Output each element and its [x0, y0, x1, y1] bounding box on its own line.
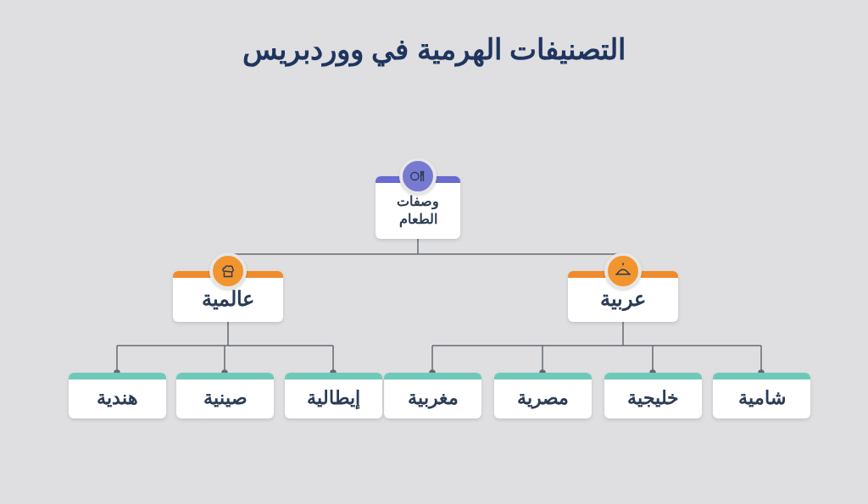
node-label: مصرية	[517, 387, 569, 409]
node-accent	[69, 373, 166, 379]
chef-icon	[209, 252, 247, 290]
node-accent	[176, 373, 274, 379]
node-leaf-chinese: صينية	[176, 373, 274, 418]
node-accent	[604, 373, 702, 379]
node-leaf-misri: مصرية	[494, 373, 592, 418]
svg-point-24	[411, 172, 419, 180]
node-label: مغربية	[408, 387, 459, 409]
node-leaf-maghribi: مغربية	[384, 373, 481, 418]
node-leaf-shami: شامية	[713, 373, 810, 418]
node-accent	[494, 373, 592, 379]
node-label: عالمية	[202, 287, 254, 311]
node-mid-global: عالمية	[173, 271, 283, 322]
node-label: خليجية	[627, 387, 679, 409]
utensils-icon	[399, 158, 437, 195]
node-label: عربية	[600, 287, 646, 311]
node-label: هندية	[97, 387, 138, 409]
node-accent	[384, 373, 481, 379]
node-accent	[285, 373, 382, 379]
node-label: وصفات الطعام	[397, 193, 439, 229]
diagram-title: التصنيفات الهرمية في ووردبريس	[0, 32, 868, 66]
node-accent	[713, 373, 810, 379]
node-root-recipes: وصفات الطعام	[376, 176, 460, 239]
dish-icon	[604, 252, 642, 290]
connector-lines	[0, 0, 868, 504]
node-label: صينية	[203, 387, 248, 409]
node-leaf-italian: إيطالية	[285, 373, 382, 418]
node-mid-arabic: عربية	[568, 271, 678, 322]
node-label: شامية	[738, 387, 786, 409]
node-leaf-khaliji: خليجية	[604, 373, 702, 418]
node-leaf-indian: هندية	[69, 373, 166, 418]
node-label: إيطالية	[307, 387, 360, 409]
